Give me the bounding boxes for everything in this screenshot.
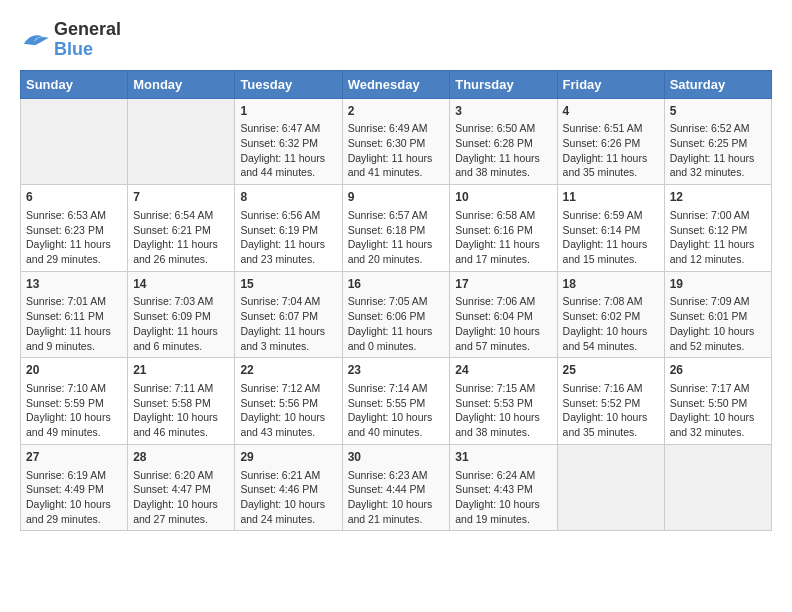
column-header-wednesday: Wednesday — [342, 70, 450, 98]
day-info: Sunrise: 6:58 AM Sunset: 6:16 PM Dayligh… — [455, 208, 551, 267]
calendar-week-row: 6Sunrise: 6:53 AM Sunset: 6:23 PM Daylig… — [21, 185, 772, 272]
day-info: Sunrise: 7:09 AM Sunset: 6:01 PM Dayligh… — [670, 294, 766, 353]
day-number: 2 — [348, 103, 445, 120]
day-info: Sunrise: 7:11 AM Sunset: 5:58 PM Dayligh… — [133, 381, 229, 440]
calendar-cell: 3Sunrise: 6:50 AM Sunset: 6:28 PM Daylig… — [450, 98, 557, 185]
day-number: 6 — [26, 189, 122, 206]
day-number: 11 — [563, 189, 659, 206]
calendar-cell: 9Sunrise: 6:57 AM Sunset: 6:18 PM Daylig… — [342, 185, 450, 272]
calendar-cell: 29Sunrise: 6:21 AM Sunset: 4:46 PM Dayli… — [235, 444, 342, 531]
day-number: 24 — [455, 362, 551, 379]
day-number: 16 — [348, 276, 445, 293]
day-info: Sunrise: 6:59 AM Sunset: 6:14 PM Dayligh… — [563, 208, 659, 267]
day-number: 13 — [26, 276, 122, 293]
calendar-cell: 1Sunrise: 6:47 AM Sunset: 6:32 PM Daylig… — [235, 98, 342, 185]
day-number: 15 — [240, 276, 336, 293]
calendar-week-row: 13Sunrise: 7:01 AM Sunset: 6:11 PM Dayli… — [21, 271, 772, 358]
day-info: Sunrise: 6:19 AM Sunset: 4:49 PM Dayligh… — [26, 468, 122, 527]
day-number: 30 — [348, 449, 445, 466]
calendar-cell: 13Sunrise: 7:01 AM Sunset: 6:11 PM Dayli… — [21, 271, 128, 358]
day-number: 12 — [670, 189, 766, 206]
logo-text: General Blue — [54, 20, 121, 60]
day-info: Sunrise: 6:56 AM Sunset: 6:19 PM Dayligh… — [240, 208, 336, 267]
day-number: 9 — [348, 189, 445, 206]
calendar-cell: 14Sunrise: 7:03 AM Sunset: 6:09 PM Dayli… — [128, 271, 235, 358]
page-header: General Blue — [20, 20, 772, 60]
column-header-thursday: Thursday — [450, 70, 557, 98]
day-info: Sunrise: 7:00 AM Sunset: 6:12 PM Dayligh… — [670, 208, 766, 267]
day-number: 28 — [133, 449, 229, 466]
calendar-cell: 5Sunrise: 6:52 AM Sunset: 6:25 PM Daylig… — [664, 98, 771, 185]
logo-bird-icon — [20, 28, 50, 52]
calendar-cell: 7Sunrise: 6:54 AM Sunset: 6:21 PM Daylig… — [128, 185, 235, 272]
day-info: Sunrise: 6:47 AM Sunset: 6:32 PM Dayligh… — [240, 121, 336, 180]
day-info: Sunrise: 6:21 AM Sunset: 4:46 PM Dayligh… — [240, 468, 336, 527]
day-info: Sunrise: 6:49 AM Sunset: 6:30 PM Dayligh… — [348, 121, 445, 180]
calendar-week-row: 1Sunrise: 6:47 AM Sunset: 6:32 PM Daylig… — [21, 98, 772, 185]
day-number: 10 — [455, 189, 551, 206]
calendar-cell: 31Sunrise: 6:24 AM Sunset: 4:43 PM Dayli… — [450, 444, 557, 531]
calendar-cell: 10Sunrise: 6:58 AM Sunset: 6:16 PM Dayli… — [450, 185, 557, 272]
day-number: 14 — [133, 276, 229, 293]
day-number: 7 — [133, 189, 229, 206]
calendar-cell: 15Sunrise: 7:04 AM Sunset: 6:07 PM Dayli… — [235, 271, 342, 358]
calendar-cell: 24Sunrise: 7:15 AM Sunset: 5:53 PM Dayli… — [450, 358, 557, 445]
day-info: Sunrise: 6:51 AM Sunset: 6:26 PM Dayligh… — [563, 121, 659, 180]
day-info: Sunrise: 7:14 AM Sunset: 5:55 PM Dayligh… — [348, 381, 445, 440]
day-info: Sunrise: 7:04 AM Sunset: 6:07 PM Dayligh… — [240, 294, 336, 353]
day-info: Sunrise: 6:50 AM Sunset: 6:28 PM Dayligh… — [455, 121, 551, 180]
day-info: Sunrise: 7:01 AM Sunset: 6:11 PM Dayligh… — [26, 294, 122, 353]
day-number: 18 — [563, 276, 659, 293]
day-number: 8 — [240, 189, 336, 206]
day-number: 19 — [670, 276, 766, 293]
calendar-cell: 16Sunrise: 7:05 AM Sunset: 6:06 PM Dayli… — [342, 271, 450, 358]
calendar-cell: 25Sunrise: 7:16 AM Sunset: 5:52 PM Dayli… — [557, 358, 664, 445]
day-number: 3 — [455, 103, 551, 120]
day-info: Sunrise: 6:54 AM Sunset: 6:21 PM Dayligh… — [133, 208, 229, 267]
day-number: 31 — [455, 449, 551, 466]
column-header-tuesday: Tuesday — [235, 70, 342, 98]
calendar-cell: 8Sunrise: 6:56 AM Sunset: 6:19 PM Daylig… — [235, 185, 342, 272]
calendar-cell: 26Sunrise: 7:17 AM Sunset: 5:50 PM Dayli… — [664, 358, 771, 445]
day-info: Sunrise: 6:24 AM Sunset: 4:43 PM Dayligh… — [455, 468, 551, 527]
logo: General Blue — [20, 20, 121, 60]
day-info: Sunrise: 7:15 AM Sunset: 5:53 PM Dayligh… — [455, 381, 551, 440]
day-number: 21 — [133, 362, 229, 379]
calendar-week-row: 27Sunrise: 6:19 AM Sunset: 4:49 PM Dayli… — [21, 444, 772, 531]
calendar-cell: 12Sunrise: 7:00 AM Sunset: 6:12 PM Dayli… — [664, 185, 771, 272]
column-header-friday: Friday — [557, 70, 664, 98]
day-info: Sunrise: 7:03 AM Sunset: 6:09 PM Dayligh… — [133, 294, 229, 353]
day-number: 17 — [455, 276, 551, 293]
day-number: 5 — [670, 103, 766, 120]
calendar-cell: 22Sunrise: 7:12 AM Sunset: 5:56 PM Dayli… — [235, 358, 342, 445]
calendar-cell: 30Sunrise: 6:23 AM Sunset: 4:44 PM Dayli… — [342, 444, 450, 531]
day-info: Sunrise: 7:10 AM Sunset: 5:59 PM Dayligh… — [26, 381, 122, 440]
column-header-saturday: Saturday — [664, 70, 771, 98]
day-number: 27 — [26, 449, 122, 466]
calendar-cell: 27Sunrise: 6:19 AM Sunset: 4:49 PM Dayli… — [21, 444, 128, 531]
calendar-table: SundayMondayTuesdayWednesdayThursdayFrid… — [20, 70, 772, 532]
calendar-cell: 28Sunrise: 6:20 AM Sunset: 4:47 PM Dayli… — [128, 444, 235, 531]
calendar-cell: 17Sunrise: 7:06 AM Sunset: 6:04 PM Dayli… — [450, 271, 557, 358]
calendar-cell: 21Sunrise: 7:11 AM Sunset: 5:58 PM Dayli… — [128, 358, 235, 445]
day-info: Sunrise: 7:12 AM Sunset: 5:56 PM Dayligh… — [240, 381, 336, 440]
calendar-cell — [664, 444, 771, 531]
day-info: Sunrise: 7:08 AM Sunset: 6:02 PM Dayligh… — [563, 294, 659, 353]
day-info: Sunrise: 7:06 AM Sunset: 6:04 PM Dayligh… — [455, 294, 551, 353]
calendar-week-row: 20Sunrise: 7:10 AM Sunset: 5:59 PM Dayli… — [21, 358, 772, 445]
day-number: 4 — [563, 103, 659, 120]
column-header-sunday: Sunday — [21, 70, 128, 98]
day-info: Sunrise: 6:52 AM Sunset: 6:25 PM Dayligh… — [670, 121, 766, 180]
day-info: Sunrise: 7:17 AM Sunset: 5:50 PM Dayligh… — [670, 381, 766, 440]
calendar-cell: 11Sunrise: 6:59 AM Sunset: 6:14 PM Dayli… — [557, 185, 664, 272]
day-number: 26 — [670, 362, 766, 379]
calendar-cell — [557, 444, 664, 531]
day-number: 22 — [240, 362, 336, 379]
day-number: 1 — [240, 103, 336, 120]
calendar-cell: 23Sunrise: 7:14 AM Sunset: 5:55 PM Dayli… — [342, 358, 450, 445]
calendar-cell — [21, 98, 128, 185]
day-number: 25 — [563, 362, 659, 379]
day-info: Sunrise: 6:20 AM Sunset: 4:47 PM Dayligh… — [133, 468, 229, 527]
calendar-cell: 18Sunrise: 7:08 AM Sunset: 6:02 PM Dayli… — [557, 271, 664, 358]
day-info: Sunrise: 6:23 AM Sunset: 4:44 PM Dayligh… — [348, 468, 445, 527]
